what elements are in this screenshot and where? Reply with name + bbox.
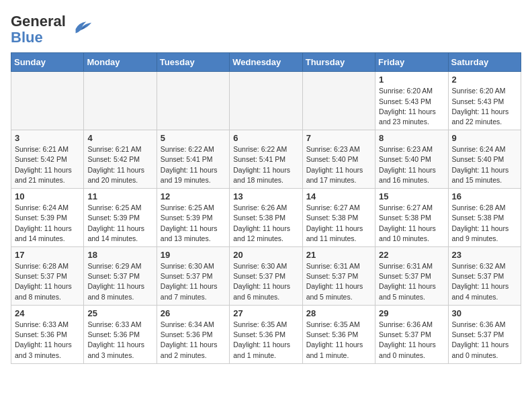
day-info: Sunrise: 6:31 AMSunset: 5:37 PMDaylight:…	[379, 261, 444, 302]
calendar-cell: 30Sunrise: 6:36 AMSunset: 5:37 PMDayligh…	[448, 305, 521, 363]
day-info: Sunrise: 6:24 AMSunset: 5:40 PMDaylight:…	[452, 144, 517, 185]
day-number: 28	[306, 308, 371, 318]
calendar-cell: 3Sunrise: 6:21 AMSunset: 5:42 PMDaylight…	[11, 130, 84, 189]
day-number: 17	[15, 250, 80, 260]
calendar-cell: 22Sunrise: 6:31 AMSunset: 5:37 PMDayligh…	[375, 247, 448, 306]
day-info: Sunrise: 6:20 AMSunset: 5:43 PMDaylight:…	[379, 86, 444, 127]
calendar-cell: 14Sunrise: 6:27 AMSunset: 5:38 PMDayligh…	[302, 189, 375, 247]
day-number: 9	[452, 133, 517, 143]
day-info: Sunrise: 6:23 AMSunset: 5:40 PMDaylight:…	[379, 144, 444, 185]
day-number: 14	[306, 191, 371, 201]
day-info: Sunrise: 6:20 AMSunset: 5:43 PMDaylight:…	[452, 86, 517, 127]
day-info: Sunrise: 6:24 AMSunset: 5:39 PMDaylight:…	[15, 203, 80, 244]
day-number: 22	[379, 250, 444, 260]
calendar-cell: 20Sunrise: 6:30 AMSunset: 5:37 PMDayligh…	[230, 247, 302, 306]
day-info: Sunrise: 6:22 AMSunset: 5:41 PMDaylight:…	[161, 144, 226, 185]
calendar-table: SundayMondayTuesdayWednesdayThursdayFrid…	[11, 52, 521, 363]
calendar-cell: 28Sunrise: 6:35 AMSunset: 5:36 PMDayligh…	[302, 305, 375, 363]
calendar-header-saturday: Saturday	[448, 53, 521, 72]
day-number: 27	[233, 308, 298, 318]
day-number: 7	[306, 133, 371, 143]
day-info: Sunrise: 6:30 AMSunset: 5:37 PMDaylight:…	[161, 261, 226, 302]
day-info: Sunrise: 6:33 AMSunset: 5:36 PMDaylight:…	[15, 320, 80, 361]
day-number: 24	[15, 308, 80, 318]
calendar-cell	[157, 72, 229, 130]
day-number: 8	[379, 133, 444, 143]
calendar-cell: 15Sunrise: 6:27 AMSunset: 5:38 PMDayligh…	[375, 189, 448, 247]
calendar-cell: 10Sunrise: 6:24 AMSunset: 5:39 PMDayligh…	[11, 189, 84, 247]
day-info: Sunrise: 6:35 AMSunset: 5:36 PMDaylight:…	[233, 320, 298, 361]
calendar-cell: 26Sunrise: 6:34 AMSunset: 5:36 PMDayligh…	[157, 305, 229, 363]
calendar-cell: 18Sunrise: 6:29 AMSunset: 5:37 PMDayligh…	[84, 247, 157, 306]
calendar-week-row: 24Sunrise: 6:33 AMSunset: 5:36 PMDayligh…	[11, 305, 521, 363]
day-info: Sunrise: 6:36 AMSunset: 5:37 PMDaylight:…	[379, 320, 444, 361]
calendar-cell: 13Sunrise: 6:26 AMSunset: 5:38 PMDayligh…	[230, 189, 302, 247]
day-info: Sunrise: 6:26 AMSunset: 5:38 PMDaylight:…	[233, 203, 298, 244]
calendar-cell: 21Sunrise: 6:31 AMSunset: 5:37 PMDayligh…	[302, 247, 375, 306]
calendar-week-row: 3Sunrise: 6:21 AMSunset: 5:42 PMDaylight…	[11, 130, 521, 189]
calendar-cell: 16Sunrise: 6:28 AMSunset: 5:38 PMDayligh…	[448, 189, 521, 247]
day-info: Sunrise: 6:27 AMSunset: 5:38 PMDaylight:…	[306, 203, 371, 244]
day-number: 18	[87, 250, 152, 260]
day-number: 1	[379, 75, 444, 85]
calendar-cell: 25Sunrise: 6:33 AMSunset: 5:36 PMDayligh…	[84, 305, 157, 363]
calendar-cell: 29Sunrise: 6:36 AMSunset: 5:37 PMDayligh…	[375, 305, 448, 363]
calendar-week-row: 17Sunrise: 6:28 AMSunset: 5:37 PMDayligh…	[11, 247, 521, 306]
day-number: 29	[379, 308, 444, 318]
day-info: Sunrise: 6:36 AMSunset: 5:37 PMDaylight:…	[452, 320, 517, 361]
calendar-cell: 23Sunrise: 6:32 AMSunset: 5:37 PMDayligh…	[448, 247, 521, 306]
calendar-header-row: SundayMondayTuesdayWednesdayThursdayFrid…	[11, 53, 521, 72]
day-info: Sunrise: 6:32 AMSunset: 5:37 PMDaylight:…	[452, 261, 517, 302]
day-number: 6	[233, 133, 298, 143]
logo-text: General Blue	[11, 13, 66, 46]
day-info: Sunrise: 6:35 AMSunset: 5:36 PMDaylight:…	[306, 320, 371, 361]
calendar-header-thursday: Thursday	[302, 53, 375, 72]
day-number: 30	[452, 308, 517, 318]
calendar-header-wednesday: Wednesday	[230, 53, 302, 72]
calendar-header-tuesday: Tuesday	[157, 53, 229, 72]
calendar-header-monday: Monday	[84, 53, 157, 72]
calendar-cell: 12Sunrise: 6:25 AMSunset: 5:39 PMDayligh…	[157, 189, 229, 247]
day-info: Sunrise: 6:28 AMSunset: 5:37 PMDaylight:…	[15, 261, 80, 302]
day-number: 11	[87, 191, 152, 201]
day-number: 5	[161, 133, 226, 143]
day-number: 20	[233, 250, 298, 260]
calendar-cell: 27Sunrise: 6:35 AMSunset: 5:36 PMDayligh…	[230, 305, 302, 363]
day-number: 26	[161, 308, 226, 318]
day-info: Sunrise: 6:29 AMSunset: 5:37 PMDaylight:…	[87, 261, 152, 302]
calendar-cell: 8Sunrise: 6:23 AMSunset: 5:40 PMDaylight…	[375, 130, 448, 189]
day-number: 4	[87, 133, 152, 143]
day-info: Sunrise: 6:34 AMSunset: 5:36 PMDaylight:…	[161, 320, 226, 361]
day-info: Sunrise: 6:30 AMSunset: 5:37 PMDaylight:…	[233, 261, 298, 302]
calendar-cell: 11Sunrise: 6:25 AMSunset: 5:39 PMDayligh…	[84, 189, 157, 247]
calendar-cell: 2Sunrise: 6:20 AMSunset: 5:43 PMDaylight…	[448, 72, 521, 130]
day-info: Sunrise: 6:28 AMSunset: 5:38 PMDaylight:…	[452, 203, 517, 244]
logo: General Blue	[11, 13, 94, 46]
day-number: 16	[452, 191, 517, 201]
day-info: Sunrise: 6:21 AMSunset: 5:42 PMDaylight:…	[87, 144, 152, 185]
day-info: Sunrise: 6:25 AMSunset: 5:39 PMDaylight:…	[87, 203, 152, 244]
day-info: Sunrise: 6:22 AMSunset: 5:41 PMDaylight:…	[233, 144, 298, 185]
calendar-header-friday: Friday	[375, 53, 448, 72]
calendar-header-sunday: Sunday	[11, 53, 84, 72]
calendar-cell: 24Sunrise: 6:33 AMSunset: 5:36 PMDayligh…	[11, 305, 84, 363]
day-info: Sunrise: 6:23 AMSunset: 5:40 PMDaylight:…	[306, 144, 371, 185]
calendar-cell: 19Sunrise: 6:30 AMSunset: 5:37 PMDayligh…	[157, 247, 229, 306]
calendar-cell: 6Sunrise: 6:22 AMSunset: 5:41 PMDaylight…	[230, 130, 302, 189]
calendar-cell: 17Sunrise: 6:28 AMSunset: 5:37 PMDayligh…	[11, 247, 84, 306]
day-number: 13	[233, 191, 298, 201]
day-info: Sunrise: 6:33 AMSunset: 5:36 PMDaylight:…	[87, 320, 152, 361]
logo-bird-icon	[70, 19, 94, 34]
day-info: Sunrise: 6:31 AMSunset: 5:37 PMDaylight:…	[306, 261, 371, 302]
page-header: General Blue	[11, 11, 521, 46]
calendar-cell: 5Sunrise: 6:22 AMSunset: 5:41 PMDaylight…	[157, 130, 229, 189]
day-number: 2	[452, 75, 517, 85]
day-info: Sunrise: 6:21 AMSunset: 5:42 PMDaylight:…	[15, 144, 80, 185]
calendar-cell: 7Sunrise: 6:23 AMSunset: 5:40 PMDaylight…	[302, 130, 375, 189]
calendar-cell	[302, 72, 375, 130]
day-info: Sunrise: 6:27 AMSunset: 5:38 PMDaylight:…	[379, 203, 444, 244]
calendar-cell: 1Sunrise: 6:20 AMSunset: 5:43 PMDaylight…	[375, 72, 448, 130]
calendar-cell: 9Sunrise: 6:24 AMSunset: 5:40 PMDaylight…	[448, 130, 521, 189]
day-number: 15	[379, 191, 444, 201]
calendar-week-row: 1Sunrise: 6:20 AMSunset: 5:43 PMDaylight…	[11, 72, 521, 130]
